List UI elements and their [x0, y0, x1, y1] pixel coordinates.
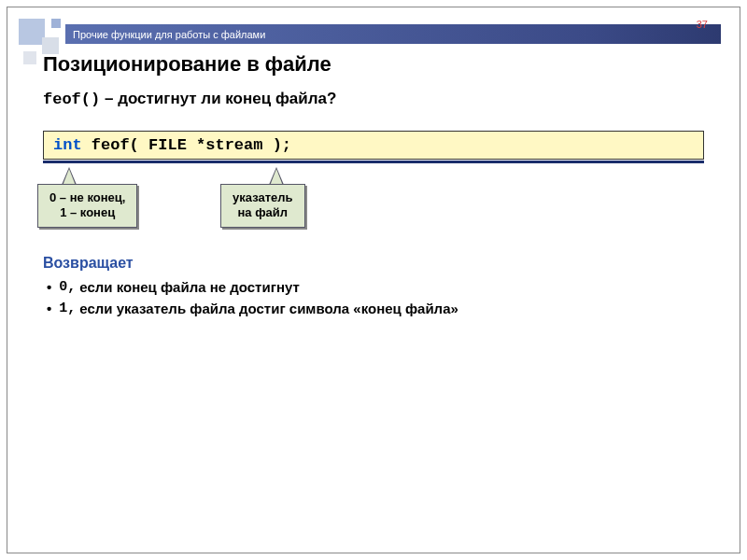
- deco-square: [19, 19, 45, 45]
- returns-section: Возвращает • 0, если конец файла не дост…: [43, 255, 704, 316]
- content-area: Позиционирование в файле feof() – достиг…: [43, 52, 704, 322]
- callout-stream-pointer: указатель на файл: [220, 184, 305, 228]
- deco-square: [23, 51, 36, 64]
- code-signature: int feof( FILE *stream );: [43, 131, 704, 160]
- return-text: если конец файла не достигнут: [79, 279, 300, 295]
- header-bar: Прочие функции для работы с файлами 37: [65, 24, 721, 44]
- return-code: 1,: [59, 301, 76, 316]
- return-text: если указатель файла достиг символа «кон…: [79, 301, 458, 316]
- slide-border: Прочие функции для работы с файлами 37 П…: [7, 7, 740, 553]
- subtitle: feof() – достигнут ли конец файла?: [43, 90, 704, 108]
- list-item: • 1, если указатель файла достиг символа…: [43, 301, 704, 316]
- deco-square: [51, 19, 61, 28]
- breadcrumb: Прочие функции для работы с файлами: [73, 29, 265, 40]
- callout-line: 0 – не конец,: [49, 190, 125, 204]
- returns-heading: Возвращает: [43, 255, 704, 272]
- callout-return-values: 0 – не конец, 1 – конец: [37, 184, 137, 228]
- bullet-icon: •: [47, 279, 51, 295]
- list-item: • 0, если конец файла не достигнут: [43, 279, 704, 295]
- bullet-icon: •: [47, 301, 51, 316]
- keyword-int: int: [53, 136, 82, 154]
- subtitle-question: достигнут ли конец файла?: [118, 90, 336, 107]
- callouts-area: 0 – не конец, 1 – конец указатель на фай…: [43, 163, 704, 238]
- page-title: Позиционирование в файле: [43, 52, 704, 77]
- callout-line: на файл: [237, 205, 288, 219]
- separator: –: [100, 90, 118, 107]
- page-number: 37: [697, 19, 708, 30]
- code-rest: feof( FILE *stream );: [82, 136, 291, 154]
- callout-line: 1 – конец: [60, 205, 115, 219]
- func-name: feof(): [43, 91, 100, 108]
- callout-line: указатель: [233, 190, 293, 204]
- return-code: 0,: [59, 279, 76, 295]
